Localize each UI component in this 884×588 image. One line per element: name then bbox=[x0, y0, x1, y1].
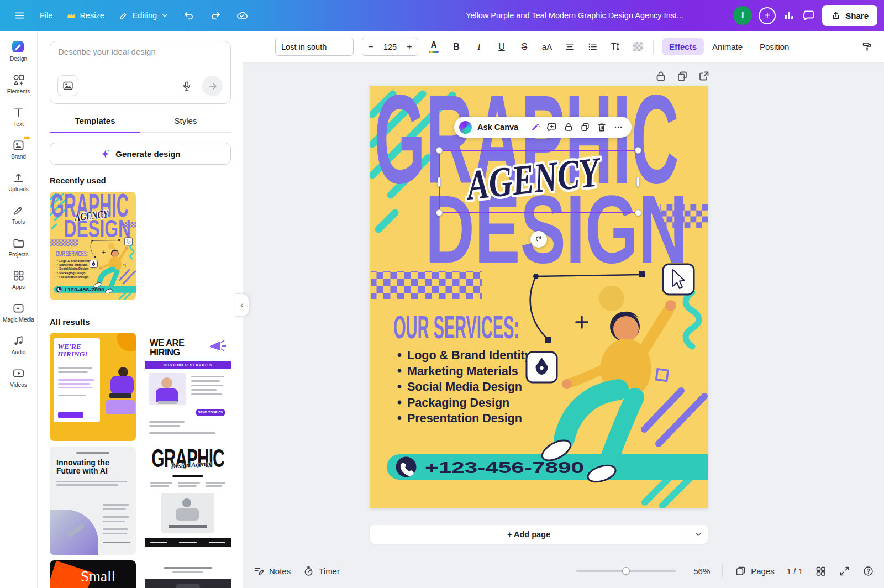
template-thumb-innovating-ai[interactable]: Innovating the Future with AI bbox=[50, 447, 136, 555]
list-button[interactable] bbox=[585, 38, 599, 56]
font-size-decrease-button[interactable]: − bbox=[362, 42, 379, 52]
insights-chart-icon[interactable] bbox=[782, 9, 796, 22]
tab-styles[interactable]: Styles bbox=[140, 112, 231, 132]
bullet-list-icon bbox=[587, 41, 598, 53]
delete-element-button[interactable] bbox=[596, 122, 607, 133]
resize-button[interactable]: Resize bbox=[61, 7, 109, 24]
strikethrough-button[interactable]: S bbox=[517, 38, 532, 56]
template-thumb-graphic-bw[interactable]: GRAPHIC Design Agency bbox=[145, 447, 231, 555]
submit-prompt-button[interactable] bbox=[202, 76, 223, 96]
zoom-level[interactable]: 56% bbox=[688, 566, 710, 576]
panel-collapse-button[interactable]: ‹ bbox=[235, 293, 249, 317]
zoom-slider-knob[interactable] bbox=[622, 567, 630, 575]
save-status-button[interactable] bbox=[230, 5, 254, 26]
italic-button[interactable]: I bbox=[472, 38, 486, 56]
pages-view-button[interactable]: Pages bbox=[735, 565, 775, 577]
sidebar-item-uploads[interactable]: Uploads bbox=[2, 168, 36, 196]
pro-crown-icon bbox=[23, 135, 30, 140]
template-thumb-we-are-hiring[interactable]: WE ARE HIRING CUSTOMER SERVICES SEND YOU… bbox=[145, 333, 231, 441]
grid-view-button[interactable] bbox=[815, 565, 827, 577]
duplicate-page-button[interactable] bbox=[676, 70, 689, 83]
template-thumb-recent-graphic-design[interactable] bbox=[50, 192, 136, 300]
alignment-button[interactable] bbox=[562, 38, 577, 56]
position-button[interactable]: Position bbox=[760, 42, 789, 51]
more-options-button[interactable] bbox=[613, 122, 624, 133]
selection-handle-right[interactable] bbox=[636, 177, 640, 187]
undo-button[interactable] bbox=[177, 5, 201, 26]
sidebar-item-tools[interactable]: Tools bbox=[2, 201, 36, 228]
zoom-slider[interactable] bbox=[576, 570, 676, 572]
file-menu-button[interactable]: File bbox=[34, 7, 58, 24]
magic-media-icon bbox=[12, 302, 25, 314]
grid-view-icon bbox=[815, 565, 827, 577]
expand-page-button[interactable] bbox=[697, 70, 711, 83]
comments-icon[interactable] bbox=[802, 9, 815, 22]
font-family-selector[interactable]: Lost in south bbox=[275, 38, 354, 56]
template-thumb-were-hiring[interactable]: WE'RE HIRING! bbox=[50, 333, 136, 441]
effects-button[interactable]: Effects bbox=[662, 38, 704, 55]
editing-mode-dropdown[interactable]: Editing bbox=[113, 6, 174, 25]
document-title[interactable]: Yellow Purple and Teal Modern Graphic De… bbox=[442, 11, 707, 20]
videos-icon bbox=[12, 367, 25, 380]
canva-logo-icon bbox=[459, 121, 472, 134]
duplicate-element-button[interactable] bbox=[580, 122, 591, 133]
add-image-button[interactable] bbox=[57, 75, 78, 96]
spacing-button[interactable] bbox=[608, 38, 622, 56]
redo-button[interactable] bbox=[204, 5, 227, 26]
selection-handle-bottom-right[interactable] bbox=[635, 209, 641, 216]
share-button[interactable]: Share bbox=[822, 5, 877, 26]
apps-icon bbox=[12, 269, 25, 282]
animate-button[interactable]: Animate bbox=[712, 42, 743, 51]
selection-box[interactable] bbox=[439, 150, 638, 213]
top-bar: File Resize Editing bbox=[0, 0, 884, 31]
lock-element-button[interactable] bbox=[563, 122, 574, 133]
design-page[interactable] bbox=[370, 86, 708, 508]
add-page-button[interactable]: + Add page bbox=[370, 525, 708, 544]
text-color-button[interactable]: A bbox=[427, 38, 441, 56]
lock-page-button[interactable] bbox=[654, 70, 667, 83]
voice-input-button[interactable] bbox=[178, 78, 195, 95]
megaphone-icon bbox=[207, 337, 228, 356]
selection-handle-top-right[interactable] bbox=[635, 147, 641, 154]
ask-canva-button[interactable]: Ask Canva bbox=[477, 123, 518, 132]
notes-button[interactable]: Notes bbox=[253, 565, 291, 577]
sidebar-item-text[interactable]: Text bbox=[2, 103, 36, 130]
timer-button[interactable]: Timer bbox=[303, 565, 340, 577]
uploads-icon bbox=[12, 171, 25, 184]
avatar[interactable]: I bbox=[733, 6, 752, 25]
copy-style-button[interactable] bbox=[860, 38, 874, 56]
selection-handle-top-left[interactable] bbox=[436, 147, 443, 154]
sidebar-item-audio[interactable]: Audio bbox=[2, 331, 36, 359]
transparency-button[interactable] bbox=[630, 38, 645, 56]
collapse-pages-button[interactable] bbox=[688, 525, 708, 544]
rotate-handle[interactable] bbox=[530, 231, 547, 248]
sidebar-item-design[interactable]: Design bbox=[2, 38, 36, 65]
tab-templates[interactable]: Templates bbox=[50, 112, 140, 132]
underline-button[interactable]: U bbox=[494, 38, 509, 56]
sidebar-item-projects[interactable]: Projects bbox=[2, 233, 36, 261]
pencil-icon bbox=[119, 11, 129, 20]
template-thumb-dark-fashion[interactable] bbox=[145, 560, 231, 588]
add-member-button[interactable]: + bbox=[759, 7, 776, 24]
template-thumb-small-dark[interactable]: Small bbox=[50, 560, 136, 588]
sidebar-item-magic-media[interactable]: Magic Media bbox=[2, 298, 36, 326]
sidebar-item-brand[interactable]: Brand bbox=[2, 135, 36, 163]
page-actions bbox=[654, 70, 711, 83]
sidebar-item-videos[interactable]: Videos bbox=[2, 364, 36, 391]
help-button[interactable] bbox=[862, 565, 874, 577]
font-size-value[interactable]: 125 bbox=[379, 43, 401, 51]
generate-design-button[interactable]: Generate design bbox=[50, 143, 231, 165]
selection-handle-left[interactable] bbox=[438, 177, 441, 187]
describe-design-input[interactable] bbox=[58, 47, 218, 56]
open-external-icon bbox=[697, 70, 711, 83]
bold-button[interactable]: B bbox=[449, 38, 464, 56]
text-case-button[interactable]: aA bbox=[540, 38, 554, 56]
magic-edit-button[interactable] bbox=[530, 122, 541, 133]
sidebar-item-elements[interactable]: Elements bbox=[2, 70, 36, 98]
add-comment-button[interactable] bbox=[546, 122, 557, 133]
selection-handle-bottom-left[interactable] bbox=[436, 209, 443, 216]
fullscreen-button[interactable] bbox=[839, 565, 850, 577]
main-menu-button[interactable] bbox=[8, 5, 31, 26]
font-size-increase-button[interactable]: + bbox=[401, 42, 418, 52]
sidebar-item-apps[interactable]: Apps bbox=[2, 266, 36, 293]
